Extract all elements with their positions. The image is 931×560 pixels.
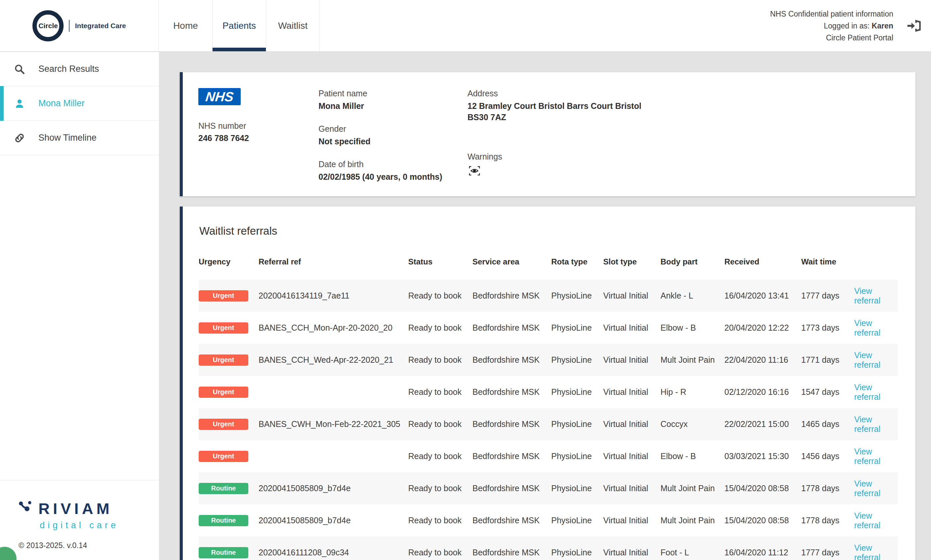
table-row: Urgent BANES_CCH_Mon-Apr-20-2020_20 Read… bbox=[199, 312, 898, 344]
urgency-badge: Urgent bbox=[199, 354, 248, 366]
urgency-badge: Routine bbox=[199, 515, 248, 526]
cell-status: Ready to book bbox=[408, 419, 472, 429]
cell-slot-type: Virtual Initial bbox=[603, 323, 660, 332]
cell-rota-type: PhysioLine bbox=[551, 483, 603, 493]
table-row: Routine 20200415085809_b7d4e Ready to bo… bbox=[199, 472, 898, 505]
cell-status: Ready to book bbox=[408, 548, 472, 557]
table-row: Urgent Ready to book Bedfordshire MSK Ph… bbox=[199, 440, 898, 472]
cell-wait-time: 1778 days bbox=[801, 483, 854, 493]
cell-slot-type: Virtual Initial bbox=[603, 483, 660, 493]
cell-status: Ready to book bbox=[408, 451, 472, 461]
cell-rota-type: PhysioLine bbox=[551, 451, 603, 461]
eye-icon[interactable] bbox=[468, 164, 482, 178]
logout-icon[interactable] bbox=[906, 18, 922, 34]
copyright-version: © 2013-2025. v.0.14 bbox=[18, 541, 159, 550]
cell-wait-time: 1777 days bbox=[801, 291, 854, 300]
view-referral-link[interactable]: View referral bbox=[854, 318, 880, 337]
tab-home[interactable]: Home bbox=[159, 0, 212, 51]
cell-slot-type: Virtual Initial bbox=[603, 387, 660, 397]
table-row: Routine 20200416111208_09c34 Ready to bo… bbox=[199, 537, 898, 560]
view-referral-link[interactable]: View referral bbox=[854, 447, 880, 466]
cell-referral-ref: 20200415085809_b7d4e bbox=[259, 483, 408, 493]
cell-rota-type: PhysioLine bbox=[551, 323, 603, 332]
dob-label: Date of birth bbox=[319, 159, 468, 169]
sidebar-item-show-timeline[interactable]: Show Timeline bbox=[0, 121, 159, 155]
cell-rota-type: PhysioLine bbox=[551, 291, 603, 300]
col-body-part: Body part bbox=[660, 257, 725, 266]
cell-slot-type: Virtual Initial bbox=[603, 355, 660, 365]
nhs-number-label: NHS number bbox=[199, 121, 319, 131]
cell-referral-ref: 20200416111208_09c34 bbox=[259, 548, 408, 557]
confidential-note: NHS Confidential patient information bbox=[770, 8, 893, 20]
cell-slot-type: Virtual Initial bbox=[603, 419, 660, 429]
cell-referral-ref: BANES_CWH_Mon-Feb-22-2021_305 bbox=[259, 419, 408, 429]
view-referral-link[interactable]: View referral bbox=[854, 286, 880, 305]
cell-received: 02/12/2020 16:16 bbox=[725, 387, 801, 397]
urgency-badge: Urgent bbox=[199, 290, 248, 302]
sidebar-item-label: Search Results bbox=[38, 64, 99, 74]
table-row: Urgent 20200416134119_7ae11 Ready to boo… bbox=[199, 280, 898, 312]
col-slot-type: Slot type bbox=[603, 257, 660, 266]
brand-name: Integrated Care bbox=[75, 22, 126, 30]
cell-status: Ready to book bbox=[408, 387, 472, 397]
brand-logo: Circle Integrated Care bbox=[0, 0, 159, 51]
waitlist-referrals-card: Waitlist referrals Urgency Referral ref … bbox=[180, 206, 916, 560]
cell-received: 20/04/2020 12:22 bbox=[725, 323, 801, 332]
cell-body-part: Elbow - B bbox=[660, 323, 725, 332]
cell-status: Ready to book bbox=[408, 483, 472, 493]
dob-value: 02/02/1985 (40 years, 0 months) bbox=[319, 171, 468, 182]
patient-name-value: Mona Miller bbox=[319, 100, 468, 112]
cell-body-part: Mult Joint Pain bbox=[660, 515, 725, 525]
cell-body-part: Coccyx bbox=[660, 419, 725, 429]
cell-service-area: Bedfordshire MSK bbox=[472, 451, 551, 461]
person-icon bbox=[14, 98, 25, 109]
tab-patients[interactable]: Patients bbox=[212, 0, 266, 51]
logged-in-line: Logged in as: Karen bbox=[770, 20, 893, 32]
portal-name: Circle Patient Portal bbox=[770, 32, 893, 44]
cell-received: 15/04/2020 08:58 bbox=[725, 515, 801, 525]
cell-wait-time: 1456 days bbox=[801, 451, 854, 461]
cell-received: 16/04/2020 11:12 bbox=[725, 548, 801, 557]
urgency-badge: Routine bbox=[199, 483, 248, 494]
view-referral-link[interactable]: View referral bbox=[854, 351, 880, 369]
cell-wait-time: 1465 days bbox=[801, 419, 854, 429]
view-referral-link[interactable]: View referral bbox=[854, 479, 880, 498]
cell-service-area: Bedfordshire MSK bbox=[472, 387, 551, 397]
logo-divider bbox=[69, 20, 69, 32]
cell-body-part: Mult Joint Pain bbox=[660, 355, 725, 365]
main-nav-tabs: Home Patients Waitlist bbox=[159, 0, 320, 51]
sidebar-item-search-results[interactable]: Search Results bbox=[0, 52, 159, 86]
view-referral-link[interactable]: View referral bbox=[854, 383, 880, 402]
cell-slot-type: Virtual Initial bbox=[603, 291, 660, 300]
table-row: Urgent BANES_CWH_Mon-Feb-22-2021_305 Rea… bbox=[199, 408, 898, 440]
cell-slot-type: Virtual Initial bbox=[603, 548, 660, 557]
tab-waitlist[interactable]: Waitlist bbox=[266, 0, 320, 51]
waitlist-table-body: Urgent 20200416134119_7ae11 Ready to boo… bbox=[199, 280, 898, 560]
col-service-area: Service area bbox=[472, 257, 551, 266]
cell-wait-time: 1771 days bbox=[801, 355, 854, 365]
table-row: Urgent Ready to book Bedfordshire MSK Ph… bbox=[199, 376, 898, 408]
gender-value: Not specified bbox=[319, 136, 468, 147]
top-header: Circle Integrated Care Home Patients Wai… bbox=[0, 0, 931, 52]
cell-service-area: Bedfordshire MSK bbox=[472, 483, 551, 493]
main-content: NHS NHS number 246 788 7642 Patient name… bbox=[159, 52, 931, 560]
urgency-badge: Urgent bbox=[199, 322, 248, 334]
link-icon bbox=[14, 132, 25, 144]
cell-service-area: Bedfordshire MSK bbox=[472, 291, 551, 300]
col-urgency: Urgency bbox=[199, 257, 259, 266]
cell-referral-ref: BANES_CCH_Wed-Apr-22-2020_21 bbox=[259, 355, 408, 365]
sidebar-item-mona-miller[interactable]: Mona Miller bbox=[0, 86, 159, 121]
address-label: Address bbox=[468, 88, 899, 98]
view-referral-link[interactable]: View referral bbox=[854, 511, 880, 530]
cell-body-part: Mult Joint Pain bbox=[660, 483, 725, 493]
cell-body-part: Elbow - B bbox=[660, 451, 725, 461]
cell-rota-type: PhysioLine bbox=[551, 548, 603, 557]
col-status: Status bbox=[408, 257, 472, 266]
col-rota-type: Rota type bbox=[551, 257, 603, 266]
cell-wait-time: 1777 days bbox=[801, 548, 854, 557]
cell-received: 16/04/2020 13:41 bbox=[725, 291, 801, 300]
table-row: Urgent BANES_CCH_Wed-Apr-22-2020_21 Read… bbox=[199, 344, 898, 376]
view-referral-link[interactable]: View referral bbox=[854, 415, 880, 434]
view-referral-link[interactable]: View referral bbox=[854, 543, 880, 560]
address-value: 12 Bramley Court Bristol Barrs Court Bri… bbox=[468, 100, 653, 123]
